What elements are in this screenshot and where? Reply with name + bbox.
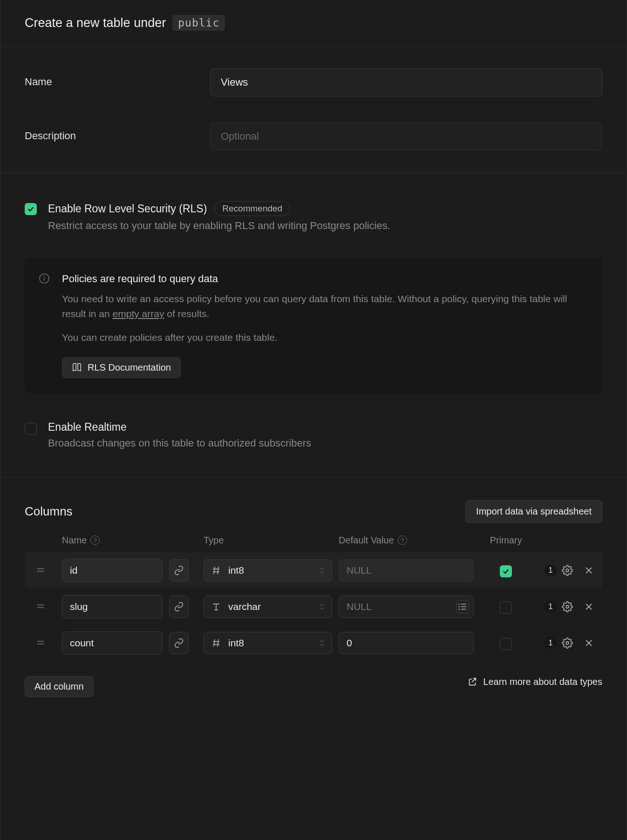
schema-badge: public (172, 15, 225, 31)
empty-array-link[interactable]: empty array (113, 308, 164, 319)
svg-line-31 (218, 639, 218, 647)
rls-info-card: Policies are required to query data You … (25, 258, 602, 393)
info-paragraph-1: You need to write an access policy befor… (62, 291, 586, 321)
column-type-select[interactable]: varchar (204, 596, 332, 618)
foreign-key-button[interactable] (169, 596, 189, 618)
recommended-badge: Recommended (214, 201, 290, 216)
svg-point-32 (566, 642, 569, 644)
external-link-icon (467, 677, 477, 687)
drag-handle[interactable] (30, 633, 51, 653)
delete-column-button[interactable] (583, 564, 595, 576)
column-settings-button[interactable] (561, 601, 573, 613)
name-label: Name (25, 68, 210, 88)
info-paragraph-2: You can create policies after you create… (62, 330, 586, 345)
col-header-primary: Primary (480, 535, 532, 546)
foreign-key-button[interactable] (169, 632, 189, 654)
chevron-updown-icon (318, 566, 326, 575)
rls-checkbox[interactable] (25, 203, 37, 215)
primary-checkbox[interactable] (500, 565, 512, 577)
check-icon (27, 205, 34, 213)
col-header-default: Default Value? (339, 535, 474, 546)
realtime-title: Enable Realtime (48, 421, 127, 434)
dialog-title: Create a new table under (25, 16, 166, 30)
info-icon (39, 273, 50, 284)
column-name-input[interactable] (62, 631, 163, 655)
realtime-description: Broadcast changes on this table to autho… (48, 437, 602, 449)
column-row: int8 1 (25, 625, 602, 661)
type-label: varchar (228, 601, 261, 612)
text-icon (211, 601, 222, 612)
help-icon[interactable]: ? (90, 535, 100, 545)
info-title: Policies are required to query data (62, 273, 586, 285)
chevron-updown-icon (318, 603, 326, 611)
svg-point-19 (459, 606, 459, 607)
delete-column-button[interactable] (583, 601, 595, 613)
add-column-button[interactable]: Add column (25, 676, 94, 697)
name-input[interactable] (210, 68, 602, 96)
type-label: int8 (228, 637, 244, 649)
default-value-input[interactable] (339, 596, 474, 618)
book-icon (72, 362, 82, 373)
column-settings-button[interactable] (561, 564, 573, 576)
column-name-input[interactable] (62, 559, 163, 582)
col-header-type: Type (204, 535, 332, 546)
svg-point-23 (566, 605, 569, 608)
column-type-select[interactable]: int8 (204, 559, 332, 582)
realtime-checkbox[interactable] (25, 423, 37, 435)
help-icon[interactable]: ? (398, 535, 407, 545)
list-icon[interactable] (456, 600, 469, 613)
hash-icon (211, 637, 222, 649)
column-row: int8 1 (25, 552, 602, 589)
svg-point-17 (459, 604, 459, 604)
hash-icon (211, 565, 222, 576)
description-input[interactable] (210, 122, 602, 150)
drag-handle[interactable] (30, 596, 51, 617)
rls-title: Enable Row Level Security (RLS) (48, 203, 207, 215)
import-spreadsheet-button[interactable]: Import data via spreadsheet (465, 500, 602, 523)
primary-checkbox[interactable] (500, 602, 512, 614)
chevron-updown-icon (318, 639, 326, 647)
learn-more-link[interactable]: Learn more about data types (467, 677, 602, 687)
rls-docs-button[interactable]: RLS Documentation (62, 357, 181, 378)
rls-description: Restrict access to your table by enablin… (48, 220, 602, 232)
columns-title: Columns (25, 504, 73, 519)
column-settings-button[interactable] (561, 637, 573, 649)
settings-count-badge: 1 (545, 564, 557, 576)
description-label: Description (25, 122, 210, 142)
svg-point-2 (44, 276, 45, 277)
svg-line-8 (218, 567, 218, 574)
type-label: int8 (228, 565, 244, 576)
svg-point-21 (459, 609, 459, 609)
default-value-input[interactable] (339, 632, 474, 654)
svg-point-9 (566, 569, 569, 572)
col-header-name: Name? (62, 535, 163, 546)
settings-count-badge: 1 (545, 601, 557, 613)
foreign-key-button[interactable] (169, 559, 189, 582)
column-row: varchar 1 (25, 589, 602, 625)
primary-checkbox[interactable] (500, 638, 512, 650)
column-name-input[interactable] (62, 595, 163, 618)
drag-handle[interactable] (30, 560, 51, 581)
delete-column-button[interactable] (583, 637, 595, 649)
settings-count-badge: 1 (545, 637, 557, 649)
column-type-select[interactable]: int8 (204, 632, 332, 654)
svg-line-30 (214, 639, 215, 647)
svg-line-7 (214, 567, 215, 574)
default-value-input[interactable] (339, 559, 474, 582)
